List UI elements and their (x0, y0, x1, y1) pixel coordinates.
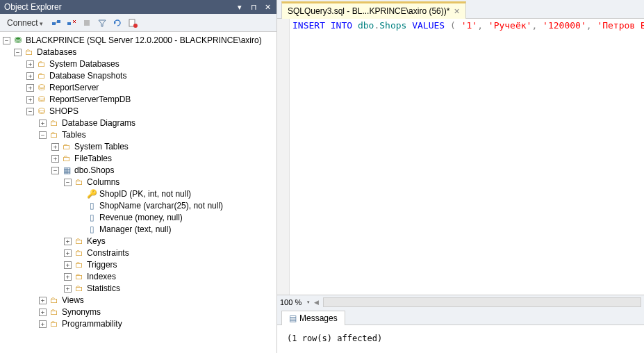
editor-gutter (277, 19, 290, 295)
disconnect-icon[interactable] (50, 17, 63, 29)
dbdiag-node[interactable]: Database Diagrams (62, 117, 135, 129)
tables-node[interactable]: Tables (62, 129, 86, 141)
editor-tab-row: SQLQuery3.sql - BL...KPRINCE\axiro (56))… (277, 0, 644, 19)
messages-output[interactable]: (1 row(s) affected) (277, 325, 644, 353)
systables-node[interactable]: System Tables (74, 141, 129, 153)
folder-icon: 🗀 (36, 59, 47, 70)
column-icon: ▯ (86, 201, 97, 212)
columns-node[interactable]: Columns (87, 176, 119, 188)
collapse-icon[interactable]: − (39, 131, 47, 139)
collapse-icon[interactable]: − (51, 167, 59, 174)
col-shopid[interactable]: ShopID (PK, int, not null) (99, 188, 191, 200)
folder-icon: 🗀 (74, 248, 85, 259)
column-icon: ▯ (86, 213, 97, 224)
expand-icon[interactable]: + (39, 309, 47, 316)
keys-node[interactable]: Keys (87, 236, 106, 247)
close-icon[interactable]: ✕ (263, 2, 272, 12)
programmability-node[interactable]: Programmability (62, 318, 122, 330)
expand-icon[interactable]: + (26, 60, 34, 68)
svg-rect-6 (84, 20, 90, 26)
pin-icon[interactable]: ⊓ (249, 2, 258, 12)
refresh-icon[interactable] (111, 17, 124, 29)
expand-icon[interactable]: + (64, 238, 72, 245)
svg-rect-3 (67, 22, 71, 25)
collapse-icon[interactable]: − (64, 179, 72, 186)
databases-node[interactable]: Databases (37, 47, 76, 58)
dboshops-node[interactable]: dbo.Shops (74, 165, 114, 176)
messages-tab-label: Messages (299, 313, 338, 323)
views-node[interactable]: Views (62, 295, 84, 306)
connect-button[interactable]: Connect (3, 17, 47, 29)
messages-icon: ▤ (289, 313, 297, 323)
expand-icon[interactable]: + (26, 84, 34, 92)
sysdb-node[interactable]: System Databases (49, 58, 119, 70)
folder-icon: 🗀 (49, 307, 60, 318)
collapse-icon[interactable]: − (26, 108, 34, 115)
editor-bottom: 100 % ▾ ◀ ▤ Messages (1 row(s) affected) (277, 295, 644, 353)
panel-titlebar: Object Explorer ▾ ⊓ ✕ (0, 0, 276, 14)
synonyms-node[interactable]: Synonyms (62, 306, 101, 318)
filetables-node[interactable]: FileTables (74, 153, 112, 165)
expand-icon[interactable]: + (64, 261, 72, 269)
expand-icon[interactable]: + (64, 285, 72, 293)
editor-tab-active[interactable]: SQLQuery3.sql - BL...KPRINCE\axiro (56))… (281, 1, 466, 19)
folder-icon: 🗀 (74, 284, 85, 295)
expand-icon[interactable]: + (26, 96, 34, 104)
database-icon: ⛁ (36, 83, 47, 94)
folder-icon: 🗀 (24, 47, 35, 58)
chevron-down-icon[interactable]: ▾ (307, 299, 310, 305)
stop-grey-icon (81, 17, 93, 29)
explorer-toolbar: Connect (0, 14, 276, 32)
svg-marker-7 (99, 20, 106, 26)
zoom-level[interactable]: 100 % (280, 298, 302, 306)
expand-icon[interactable]: + (26, 72, 34, 80)
folder-icon: 🗀 (74, 272, 85, 283)
key-icon: 🔑 (86, 189, 97, 200)
script-icon[interactable] (126, 17, 139, 29)
statistics-node[interactable]: Statistics (87, 283, 120, 295)
svg-line-2 (56, 22, 57, 24)
folder-icon: 🗀 (61, 142, 72, 153)
folder-icon: 🗀 (49, 295, 60, 306)
database-icon: ⛁ (36, 106, 47, 117)
reporttmp-node[interactable]: ReportServerTempDB (49, 94, 131, 106)
indexes-node[interactable]: Indexes (87, 271, 116, 283)
tab-label: SQLQuery3.sql - BL...KPRINCE\axiro (56))… (288, 6, 449, 16)
expand-icon[interactable]: + (39, 320, 47, 328)
database-icon: ⛁ (36, 95, 47, 106)
messages-tab[interactable]: ▤ Messages (281, 311, 345, 325)
folder-icon: 🗀 (49, 130, 60, 141)
filter-icon[interactable] (96, 17, 108, 29)
col-revenue[interactable]: Revenue (money, null) (99, 212, 183, 224)
expand-icon[interactable]: + (39, 297, 47, 304)
col-shopname[interactable]: ShopName (varchar(25), not null) (99, 200, 223, 212)
object-explorer-panel: Object Explorer ▾ ⊓ ✕ Connect −⛃BLACKPRI… (0, 0, 277, 353)
svg-point-10 (133, 24, 138, 28)
collapse-icon[interactable]: − (14, 49, 22, 56)
object-tree[interactable]: −⛃BLACKPRINCE (SQL Server 12.0.2000 - BL… (0, 32, 276, 353)
reportserver-node[interactable]: ReportServer (49, 82, 99, 94)
expand-icon[interactable]: + (64, 249, 72, 257)
triggers-node[interactable]: Triggers (87, 259, 117, 271)
stop-icon[interactable] (65, 17, 78, 29)
expand-icon[interactable]: + (39, 120, 47, 127)
expand-icon[interactable]: + (51, 155, 59, 163)
folder-icon: 🗀 (74, 236, 85, 247)
shops-node[interactable]: SHOPS (49, 106, 79, 117)
folder-icon: 🗀 (36, 71, 47, 82)
dbsnap-node[interactable]: Database Snapshots (49, 70, 126, 82)
expand-icon[interactable]: + (51, 143, 59, 151)
scroll-left-icon[interactable]: ◀ (314, 299, 319, 306)
expand-icon[interactable]: + (64, 273, 72, 281)
collapse-icon[interactable]: − (3, 37, 10, 44)
sql-line-1: INSERT INTO dbo.Shops VALUES ( '1', 'Руч… (292, 20, 644, 31)
panel-title: Object Explorer (4, 2, 235, 12)
sql-editor[interactable]: INSERT INTO dbo.Shops VALUES ( '1', 'Руч… (277, 19, 644, 295)
dropdown-icon[interactable]: ▾ (235, 2, 245, 12)
col-manager[interactable]: Manager (text, null) (99, 224, 171, 236)
constraints-node[interactable]: Constraints (87, 247, 129, 259)
server-node[interactable]: BLACKPRINCE (SQL Server 12.0.2000 - BLAC… (26, 35, 262, 47)
horizontal-scrollbar[interactable] (323, 297, 641, 307)
folder-icon: 🗀 (49, 319, 60, 330)
close-icon[interactable]: ✕ (454, 7, 460, 16)
